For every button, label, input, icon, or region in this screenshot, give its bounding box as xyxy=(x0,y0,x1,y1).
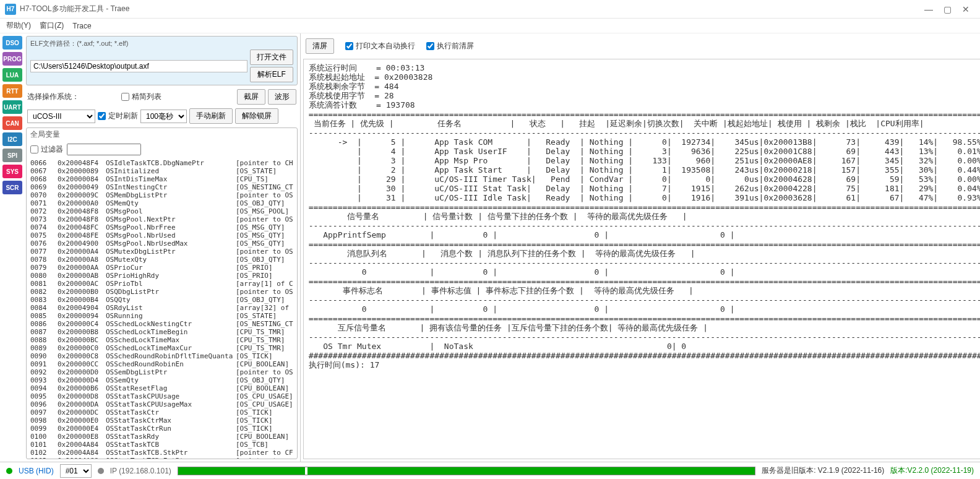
gv-row[interactable]: 00830x200000B4OSQQty[OS_OBJ_QTY] xyxy=(30,296,293,304)
gv-row[interactable]: 00970x200000DCOSStatTaskCtr[OS_TICK] xyxy=(30,408,293,416)
clear-before-exec-checkbox[interactable]: 执行前清屏 xyxy=(426,41,474,51)
tab-dso[interactable]: DSO xyxy=(2,36,22,50)
left-panel: ELF文件路径：(*.axf; *.out; *.elf) 打开文件 解析ELF… xyxy=(24,33,301,462)
open-file-button[interactable]: 打开文件 xyxy=(250,50,293,65)
tab-lua[interactable]: LUA xyxy=(2,68,22,82)
tab-rtt[interactable]: RTT xyxy=(2,84,22,98)
gv-row[interactable]: 01010x20004A84OSStatTaskTCB[OS_TCB] xyxy=(30,441,293,449)
os-label: 选择操作系统： xyxy=(27,92,79,102)
gv-row[interactable]: 00760x20004900OSMsgPool.NbrUsedMax[OS_MS… xyxy=(30,239,293,248)
auto-wrap-checkbox[interactable]: 打印文本自动换行 xyxy=(345,41,415,51)
clear-button[interactable]: 清屏 xyxy=(306,38,334,54)
gv-row[interactable]: 00960x200000DAOSStatTaskCPUUsageMax[OS_C… xyxy=(30,400,293,408)
gv-row[interactable]: 00820x200000B0OSQDbgListPtr[pointer to O… xyxy=(30,288,293,296)
elf-group: ELF文件路径：(*.axf; *.out; *.elf) 打开文件 解析ELF xyxy=(26,36,298,85)
right-panel: 清屏 打印文本自动换行 执行前清屏 系统运行时间 = 00:03:13 系统栈起… xyxy=(301,33,980,462)
timed-refresh-checkbox[interactable]: 定时刷新 xyxy=(98,111,138,121)
close-button[interactable]: ✕ xyxy=(956,4,975,14)
window-title: H7-TOOL多功能开发工具 - Traee xyxy=(20,4,919,14)
gv-row[interactable]: 00680x20000084OSIntDisTimeMax[CPU_TS] xyxy=(30,175,293,183)
gv-row[interactable]: 00800x200000ABOSPrioHighRdy[OS_PRIO] xyxy=(30,272,293,280)
gv-list[interactable]: 00660x200048F4OSIdleTaskTCB.DbgNamePtr[p… xyxy=(27,158,297,459)
gv-row[interactable]: 00930x200000D4OSSemQty[OS_OBJ_QTY] xyxy=(30,376,293,384)
gv-row[interactable]: 00710x200000A0OSMemQty[OS_OBJ_QTY] xyxy=(30,199,293,207)
os-select[interactable]: uCOS-III xyxy=(27,110,95,123)
usb-status-dot xyxy=(6,468,12,474)
side-tabs: DSO PROG LUA RTT UART CAN I2C SPI SYS SC… xyxy=(0,33,24,462)
gv-row[interactable]: 00790x200000AAOSPrioCur[OS_PRIO] xyxy=(30,264,293,272)
tab-scr[interactable]: SCR xyxy=(2,181,22,194)
wave-button[interactable]: 波形 xyxy=(268,89,296,105)
gv-row[interactable]: 00770x200000A4OSMutexDbgListPtr[pointer … xyxy=(30,248,293,256)
tab-uart[interactable]: UART xyxy=(2,100,22,114)
gv-row[interactable]: 00850x20000094OSRunning[OS_STATE] xyxy=(30,312,293,320)
usb-label[interactable]: USB (HID) xyxy=(19,467,54,475)
gv-row[interactable]: 00810x200000ACOSPrioTbl[array[1] of C xyxy=(30,280,293,288)
menu-bar: 帮助(Y) 窗口(Z) Trace xyxy=(0,19,980,33)
gv-row[interactable]: 00860x200000C4OSSchedLockNestingCtr[OS_N… xyxy=(30,320,293,328)
minimize-button[interactable]: — xyxy=(919,4,938,14)
device-num-select[interactable]: #01 xyxy=(60,464,92,478)
unlock-button[interactable]: 解除锁屏 xyxy=(235,108,278,124)
gv-row[interactable]: 00670x20000089OSInitialized[OS_STATE] xyxy=(30,167,293,175)
tab-i2c[interactable]: I2C xyxy=(2,132,22,146)
gv-row[interactable]: 00740x200048FCOSMsgPool.NbrFree[OS_MSG_Q… xyxy=(30,223,293,231)
gv-row[interactable]: 00870x200000B8OSSchedLockTimeBegin[CPU_T… xyxy=(30,328,293,336)
compact-checkbox[interactable]: 精简列表 xyxy=(121,92,161,102)
gv-row[interactable]: 00910x200000CCOSSchedRoundRobinEn[CPU_BO… xyxy=(30,360,293,368)
menu-help[interactable]: 帮助(Y) xyxy=(6,20,31,31)
menu-trace[interactable]: Trace xyxy=(72,22,91,30)
filter-input[interactable] xyxy=(67,144,141,155)
gv-row[interactable]: 00920x200000D0OSSemDbgListPtr[pointer to… xyxy=(30,368,293,376)
gv-title: 全局变量 xyxy=(27,128,297,141)
gv-row[interactable]: 00700x2000009COSMemDbgListPtr[pointer to… xyxy=(30,191,293,199)
app-version: 版本:V2.2.0 (2022-11-19) xyxy=(890,465,974,476)
gv-row[interactable]: 00690x20000049OSIntNestingCtr[OS_NESTING… xyxy=(30,183,293,191)
global-vars-panel: 全局变量 过滤器 00660x200048F4OSIdleTaskTCB.Dbg… xyxy=(26,127,298,459)
filter-checkbox[interactable]: 过滤器 xyxy=(30,144,63,155)
gv-row[interactable]: 00940x200000B6OSStatResetFlag[CPU_BOOLEA… xyxy=(30,384,293,392)
tab-sys[interactable]: SYS xyxy=(2,165,22,178)
console-output[interactable]: 系统运行时间 = 00:03:13 系统栈起始地址 = 0x20003828 系… xyxy=(303,59,980,459)
status-bar: USB (HID) #01 IP (192.168.0.101) 服务器是旧版本… xyxy=(0,462,980,479)
gv-row[interactable]: 01000x200000E8OSStatTaskRdy[CPU_BOOLEAN] xyxy=(30,433,293,441)
gv-row[interactable]: 01020x20004A84OSStatTaskTCB.StkPtr[point… xyxy=(30,449,293,457)
gv-row[interactable]: 00720x200048F8OSMsgPool[OS_MSG_POOL] xyxy=(30,207,293,215)
gv-row[interactable]: 00990x200000E4OSStatTaskCtrRun[OS_TICK] xyxy=(30,425,293,433)
parse-elf-button[interactable]: 解析ELF xyxy=(250,67,293,82)
gv-row[interactable]: 00780x200000A8OSMutexQty[OS_OBJ_QTY] xyxy=(30,256,293,264)
tab-spi[interactable]: SPI xyxy=(2,149,22,162)
title-bar: H7 H7-TOOL多功能开发工具 - Traee — ▢ ✕ xyxy=(0,0,980,19)
ip-label[interactable]: IP (192.168.0.101) xyxy=(110,467,171,475)
elf-label: ELF文件路径：(*.axf; *.out; *.elf) xyxy=(30,39,293,48)
ip-status-dot xyxy=(98,468,104,474)
right-toolbar: 清屏 打印文本自动换行 执行前清屏 xyxy=(303,36,980,56)
server-version: 服务器是旧版本: V2.1.9 (2022-11-16) xyxy=(762,465,884,476)
tab-can[interactable]: CAN xyxy=(2,116,22,130)
progress-bar xyxy=(178,467,755,475)
gv-row[interactable]: 00660x200048F4OSIdleTaskTCB.DbgNamePtr[p… xyxy=(30,159,293,167)
gv-row[interactable]: 01030x20004A88OSStatTaskTCB.ExtPtr[point… xyxy=(30,457,293,459)
gv-row[interactable]: 00980x200000E0OSStatTaskCtrMax[OS_TICK] xyxy=(30,416,293,425)
gv-row[interactable]: 00900x200000C8OSSchedRoundRobinDfltTimeQ… xyxy=(30,352,293,360)
gv-row[interactable]: 00880x200000BCOSSchedLockTimeMax[CPU_TS_… xyxy=(30,336,293,344)
gv-row[interactable]: 00750x200048FEOSMsgPool.NbrUsed[OS_MSG_Q… xyxy=(30,231,293,239)
elf-path-input[interactable] xyxy=(30,60,247,72)
menu-window[interactable]: 窗口(Z) xyxy=(40,20,64,31)
tab-prog[interactable]: PROG xyxy=(2,52,22,66)
maximize-button[interactable]: ▢ xyxy=(938,4,956,14)
manual-refresh-button[interactable]: 手动刷新 xyxy=(189,108,233,124)
gv-row[interactable]: 00840x20004904OSRdyList[array[32] of xyxy=(30,304,293,312)
gv-row[interactable]: 00890x200000C0OSSchedLockTimeMaxCur[CPU_… xyxy=(30,344,293,352)
app-icon: H7 xyxy=(5,4,16,15)
screenshot-button[interactable]: 截屏 xyxy=(237,89,265,105)
gv-row[interactable]: 00950x200000D8OSStatTaskCPUUsage[OS_CPU_… xyxy=(30,392,293,400)
interval-select[interactable]: 100毫秒 xyxy=(140,110,187,123)
gv-row[interactable]: 00730x200048F8OSMsgPool.NextPtr[pointer … xyxy=(30,215,293,223)
